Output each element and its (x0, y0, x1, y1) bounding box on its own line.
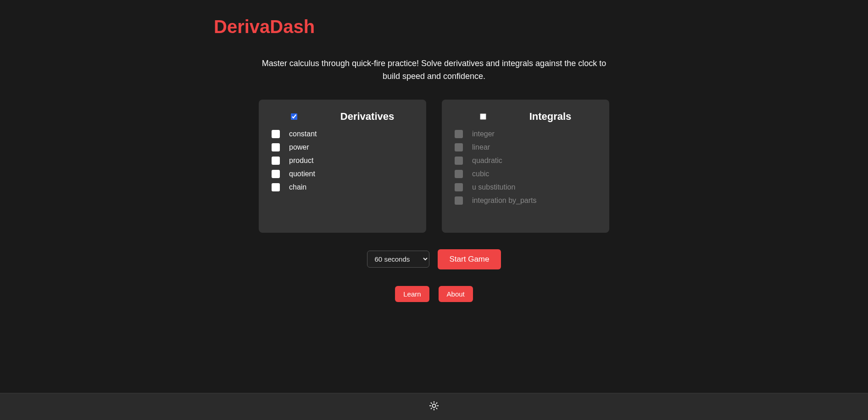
integrals-title: Integrals (529, 111, 572, 123)
checkbox-icon (455, 196, 463, 205)
option-label: u substitution (472, 183, 515, 191)
duration-select[interactable]: 60 seconds (367, 251, 429, 268)
integrals-option-linear: linear (454, 143, 597, 151)
integrals-option-integer: integer (454, 130, 597, 138)
option-label: integer (472, 130, 495, 138)
sun-icon[interactable] (429, 401, 439, 411)
checkbox-icon (455, 183, 463, 191)
checkbox-icon (455, 130, 463, 138)
option-label: chain (289, 183, 306, 191)
option-label: power (289, 143, 309, 151)
controls-row: 60 seconds Start Game (214, 249, 654, 269)
svg-line-7 (431, 408, 432, 409)
integrals-option-cubic: cubic (454, 170, 597, 178)
svg-line-3 (431, 403, 432, 403)
option-label: linear (472, 143, 490, 151)
svg-line-8 (436, 403, 437, 403)
integrals-option-byparts: integration by_parts (454, 196, 597, 205)
checkbox-icon[interactable] (272, 143, 280, 151)
derivatives-option-product[interactable]: product (271, 157, 414, 165)
option-label: constant (289, 130, 317, 138)
checkbox-icon[interactable] (272, 183, 280, 191)
derivatives-title: Derivatives (340, 111, 394, 123)
checkbox-icon[interactable] (272, 130, 280, 138)
checkbox-icon (455, 143, 463, 151)
start-game-button[interactable]: Start Game (438, 249, 501, 269)
learn-button[interactable]: Learn (395, 286, 429, 302)
checkbox-icon (455, 157, 463, 165)
derivatives-option-quotient[interactable]: quotient (271, 170, 414, 178)
derivatives-option-constant[interactable]: constant (271, 130, 414, 138)
derivatives-toggle[interactable] (291, 113, 297, 120)
integrals-option-quadratic: quadratic (454, 157, 597, 165)
integrals-toggle[interactable] (480, 113, 486, 120)
option-label: integration by_parts (472, 196, 537, 205)
option-label: cubic (472, 170, 489, 178)
svg-point-0 (432, 404, 435, 407)
cards-container: Derivatives constant power product quoti… (214, 100, 654, 233)
description: Master calculus through quick-fire pract… (260, 57, 608, 83)
option-label: product (289, 157, 313, 165)
nav-buttons: Learn About (214, 286, 654, 302)
about-button[interactable]: About (439, 286, 473, 302)
derivatives-option-power[interactable]: power (271, 143, 414, 151)
checkbox-icon[interactable] (272, 157, 280, 165)
integrals-option-usub: u substitution (454, 183, 597, 191)
derivatives-option-chain[interactable]: chain (271, 183, 414, 191)
footer (0, 393, 868, 420)
svg-line-4 (436, 408, 437, 409)
page-title: DerivaDash (214, 17, 654, 37)
option-label: quadratic (472, 157, 502, 165)
checkbox-icon (455, 170, 463, 178)
checkbox-icon[interactable] (272, 170, 280, 178)
derivatives-card: Derivatives constant power product quoti… (259, 100, 426, 233)
integrals-card: Integrals integer linear quadratic cubic… (442, 100, 609, 233)
option-label: quotient (289, 170, 315, 178)
